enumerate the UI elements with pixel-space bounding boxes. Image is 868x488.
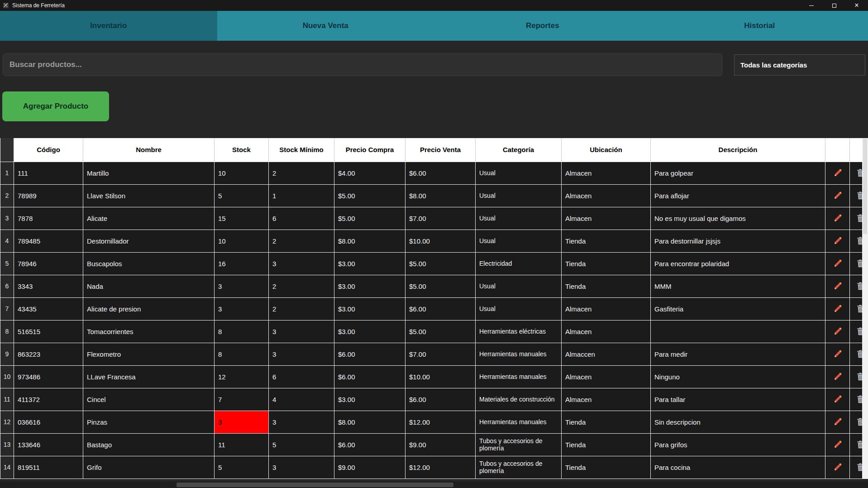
cell-codigo[interactable]: 036616 bbox=[14, 411, 83, 433]
cell-categoria[interactable]: Herramientas eléctricas bbox=[476, 320, 562, 343]
cell-descripcion[interactable]: Gasfiteria bbox=[651, 297, 825, 320]
cell-precio_compra[interactable]: $3.00 bbox=[334, 297, 405, 320]
cell-codigo[interactable]: 789485 bbox=[14, 230, 83, 252]
column-header-0[interactable]: Código bbox=[14, 138, 83, 162]
cell-ubicacion[interactable]: Almacen bbox=[562, 162, 651, 184]
cell-precio_compra[interactable]: $3.00 bbox=[334, 388, 405, 411]
cell-precio_compra[interactable]: $8.00 bbox=[334, 411, 405, 433]
cell-descripcion[interactable]: MMM bbox=[651, 275, 825, 297]
cell-categoria[interactable]: Electricidad bbox=[476, 252, 562, 275]
cell-categoria[interactable]: Usual bbox=[476, 297, 562, 320]
cell-ubicacion[interactable]: Almacen bbox=[562, 388, 651, 411]
cell-nombre[interactable]: Buscapolos bbox=[83, 252, 215, 275]
row-number[interactable]: 13 bbox=[0, 433, 14, 456]
row-number[interactable]: 2 bbox=[0, 184, 14, 207]
cell-codigo[interactable]: 411372 bbox=[14, 388, 83, 411]
column-header-6[interactable]: Categoría bbox=[476, 138, 562, 162]
cell-precio_compra[interactable]: $6.00 bbox=[334, 343, 405, 365]
cell-descripcion[interactable]: Para grifos bbox=[651, 433, 825, 456]
edit-row-button[interactable] bbox=[825, 236, 849, 245]
cell-precio_venta[interactable]: $6.00 bbox=[405, 162, 476, 184]
edit-row-button[interactable] bbox=[825, 168, 849, 177]
cell-codigo[interactable]: 3343 bbox=[14, 275, 83, 297]
cell-descripcion[interactable]: Ninguno bbox=[651, 365, 825, 388]
row-number[interactable]: 14 bbox=[0, 456, 14, 478]
row-number[interactable]: 11 bbox=[0, 388, 14, 411]
cell-nombre[interactable]: Bastago bbox=[83, 433, 215, 456]
cell-descripcion[interactable]: Para destornillar jsjsjs bbox=[651, 230, 825, 252]
cell-precio_venta[interactable]: $10.00 bbox=[405, 365, 476, 388]
cell-precio_compra[interactable]: $6.00 bbox=[334, 433, 405, 456]
cell-precio_venta[interactable]: $7.00 bbox=[405, 343, 476, 365]
cell-nombre[interactable]: Nada bbox=[83, 275, 215, 297]
cell-descripcion[interactable]: Para aflojar bbox=[651, 184, 825, 207]
vertical-scrollbar-handle[interactable] bbox=[863, 139, 867, 234]
cell-ubicacion[interactable]: Tienda bbox=[562, 411, 651, 433]
edit-row-button[interactable] bbox=[825, 372, 849, 381]
cell-precio_compra[interactable]: $6.00 bbox=[334, 365, 405, 388]
column-header-7[interactable]: Ubicación bbox=[562, 138, 651, 162]
cell-nombre[interactable]: Grifo bbox=[83, 456, 215, 478]
cell-descripcion[interactable] bbox=[651, 320, 825, 343]
cell-categoria[interactable]: Usual bbox=[476, 275, 562, 297]
cell-ubicacion[interactable]: Tienda bbox=[562, 252, 651, 275]
tab-historial[interactable]: Historial bbox=[651, 11, 868, 41]
cell-nombre[interactable]: Destornillador bbox=[83, 230, 215, 252]
cell-stock_min[interactable]: 6 bbox=[269, 365, 334, 388]
cell-precio_venta[interactable]: $7.00 bbox=[405, 207, 476, 230]
cell-stock_min[interactable]: 3 bbox=[269, 411, 334, 433]
cell-precio_compra[interactable]: $4.00 bbox=[334, 162, 405, 184]
maximize-button[interactable] bbox=[823, 0, 845, 11]
cell-codigo[interactable]: 863223 bbox=[14, 343, 83, 365]
edit-row-button[interactable] bbox=[825, 259, 849, 268]
row-number[interactable]: 5 bbox=[0, 252, 14, 275]
cell-stock[interactable]: 3 bbox=[215, 275, 269, 297]
cell-ubicacion[interactable]: Tienda bbox=[562, 275, 651, 297]
search-input[interactable] bbox=[3, 53, 722, 76]
cell-ubicacion[interactable]: Tienda bbox=[562, 456, 651, 478]
cell-nombre[interactable]: Martillo bbox=[83, 162, 215, 184]
close-button[interactable]: × bbox=[845, 0, 868, 11]
tab-nueva-venta[interactable]: Nueva Venta bbox=[217, 11, 434, 41]
tab-inventario[interactable]: Inventario bbox=[0, 11, 217, 41]
cell-precio_compra[interactable]: $3.00 bbox=[334, 252, 405, 275]
cell-stock[interactable]: 8 bbox=[215, 343, 269, 365]
cell-stock_min[interactable]: 5 bbox=[269, 433, 334, 456]
cell-codigo[interactable]: 819511 bbox=[14, 456, 83, 478]
cell-categoria[interactable]: Herramientas manuales bbox=[476, 343, 562, 365]
cell-ubicacion[interactable]: Almacen bbox=[562, 365, 651, 388]
cell-categoria[interactable]: Herramientas manuales bbox=[476, 365, 562, 388]
cell-stock[interactable]: 10 bbox=[215, 230, 269, 252]
cell-nombre[interactable]: Cincel bbox=[83, 388, 215, 411]
column-header-1[interactable]: Nombre bbox=[83, 138, 215, 162]
cell-stock_min[interactable]: 1 bbox=[269, 184, 334, 207]
edit-row-button[interactable] bbox=[825, 395, 849, 404]
cell-ubicacion[interactable]: Tienda bbox=[562, 230, 651, 252]
cell-stock_min[interactable]: 2 bbox=[269, 162, 334, 184]
cell-ubicacion[interactable]: Tienda bbox=[562, 433, 651, 456]
cell-stock_min[interactable]: 2 bbox=[269, 230, 334, 252]
cell-descripcion[interactable]: Para tallar bbox=[651, 388, 825, 411]
cell-categoria[interactable]: Usual bbox=[476, 162, 562, 184]
cell-descripcion[interactable]: Para cocina bbox=[651, 456, 825, 478]
cell-precio_compra[interactable]: $8.00 bbox=[334, 230, 405, 252]
cell-stock_min[interactable]: 3 bbox=[269, 456, 334, 478]
cell-nombre[interactable]: Tomacorrientes bbox=[83, 320, 215, 343]
column-header-3[interactable]: Stock Mínimo bbox=[269, 138, 334, 162]
vertical-scrollbar[interactable] bbox=[862, 138, 868, 479]
cell-codigo[interactable]: 78946 bbox=[14, 252, 83, 275]
edit-row-button[interactable] bbox=[825, 282, 849, 291]
cell-precio_venta[interactable]: $5.00 bbox=[405, 320, 476, 343]
cell-precio_compra[interactable]: $5.00 bbox=[334, 207, 405, 230]
cell-nombre[interactable]: LLave Francesa bbox=[83, 365, 215, 388]
cell-stock[interactable]: 12 bbox=[215, 365, 269, 388]
column-header-4[interactable]: Precio Compra bbox=[334, 138, 405, 162]
cell-ubicacion[interactable]: Almacen bbox=[562, 320, 651, 343]
edit-row-button[interactable] bbox=[825, 440, 849, 449]
cell-categoria[interactable]: Usual bbox=[476, 207, 562, 230]
edit-row-button[interactable] bbox=[825, 327, 849, 336]
row-number[interactable]: 7 bbox=[0, 297, 14, 320]
cell-precio_venta[interactable]: $12.00 bbox=[405, 456, 476, 478]
cell-stock_min[interactable]: 3 bbox=[269, 320, 334, 343]
row-number[interactable]: 9 bbox=[0, 343, 14, 365]
